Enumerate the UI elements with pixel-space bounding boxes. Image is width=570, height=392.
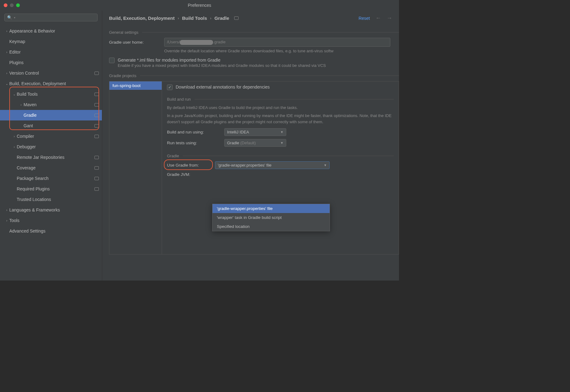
header: Build, Execution, Deployment › Build Too… [102, 11, 399, 24]
section-build-run: Build and run [167, 97, 394, 102]
use-gradle-from-select[interactable]: 'gradle-wrapper.properties' file ▼ [215, 161, 330, 169]
sidebar: 🔍 ▾ ›Appearance & BehaviorKeymap›EditorP… [0, 11, 102, 281]
scope-icon [94, 156, 99, 159]
sidebar-item-languages-frameworks[interactable]: ›Languages & Frameworks [0, 205, 102, 215]
divider [183, 156, 394, 156]
search-input[interactable]: 🔍 ▾ [4, 14, 98, 21]
download-annotations-checkbox[interactable] [167, 85, 173, 90]
chevron-down-icon: ▼ [280, 141, 283, 145]
dropdown-option[interactable]: 'wrapper' task in Gradle build script [213, 213, 330, 222]
back-arrow-icon[interactable]: ← [375, 15, 381, 21]
section-label: Gradle projects [109, 73, 136, 78]
use-gradle-from-label: Use Gradle from: [167, 163, 215, 168]
chevron-right-icon: › [12, 145, 17, 149]
projects-split: fun-spring-boot Download external annota… [109, 81, 399, 255]
forward-arrow-icon[interactable]: → [387, 15, 392, 21]
row-build-run-using: Build and run using: IntelliJ IDEA ▼ [167, 128, 394, 136]
sidebar-item-label: Tools [9, 218, 99, 223]
titlebar: Preferences [0, 0, 399, 11]
sidebar-item-label: Coverage [17, 165, 93, 170]
chevron-right-icon: › [178, 16, 179, 20]
scope-icon [94, 72, 99, 75]
chevron-down-icon: ⌄ [12, 93, 17, 96]
section-label: Gradle [167, 154, 179, 158]
section-label: Build and run [167, 97, 191, 102]
reset-link[interactable]: Reset [358, 16, 370, 21]
sidebar-item-label: Remote Jar Repositories [17, 155, 93, 160]
section-general: General settings [109, 30, 399, 35]
dropdown-option[interactable]: Specified location [213, 222, 330, 231]
minimize-button[interactable] [10, 3, 14, 7]
divider [142, 32, 399, 33]
build-run-using-select[interactable]: IntelliJ IDEA ▼ [224, 128, 286, 136]
chevron-right-icon: › [4, 219, 9, 222]
sidebar-item-gradle[interactable]: Gradle [0, 110, 102, 120]
sidebar-item-label: Build Tools [17, 92, 93, 97]
sidebar-item-tools[interactable]: ›Tools [0, 215, 102, 226]
content: 🔍 ▾ ›Appearance & BehaviorKeymap›EditorP… [0, 11, 399, 281]
sidebar-item-build-execution-deployment[interactable]: ⌄Build, Execution, Deployment [0, 78, 102, 89]
breadcrumb-item: Gradle [214, 15, 229, 21]
scope-icon [234, 16, 239, 20]
scope-icon [94, 135, 99, 138]
sidebar-item-label: Trusted Locations [17, 197, 99, 202]
gradle-user-home-label: Gradle user home: [109, 40, 164, 45]
sidebar-item-package-search[interactable]: Package Search [0, 173, 102, 184]
sidebar-item-advanced-settings[interactable]: Advanced Settings [0, 226, 102, 236]
sidebar-item-build-tools[interactable]: ⌄Build Tools [0, 89, 102, 99]
chevron-right-icon: › [12, 135, 17, 138]
use-gradle-from-dropdown: 'gradle-wrapper.properties' file 'wrappe… [212, 204, 330, 231]
chevron-right-icon: › [19, 103, 24, 107]
sidebar-item-gant[interactable]: Gant [0, 120, 102, 131]
sidebar-item-trusted-locations[interactable]: Trusted Locations [0, 194, 102, 205]
sidebar-item-label: Gradle [24, 113, 93, 118]
search-wrap: 🔍 ▾ [0, 11, 102, 24]
generate-iml-checkbox[interactable] [109, 58, 115, 63]
breadcrumb: Build, Execution, Deployment › Build Too… [109, 15, 239, 21]
project-details: Download external annotations for depend… [162, 81, 399, 255]
dropdown-option[interactable]: 'gradle-wrapper.properties' file [213, 204, 330, 213]
select-value: 'gradle-wrapper.properties' file [218, 163, 271, 168]
maximize-button[interactable] [16, 3, 20, 7]
sidebar-item-keymap[interactable]: Keymap [0, 36, 102, 47]
project-item[interactable]: fun-spring-boot [109, 81, 162, 90]
close-button[interactable] [4, 3, 7, 7]
row-gradle-user-home: Gradle user home: /Users/.gradle [109, 38, 399, 47]
sidebar-item-label: Appearance & Behavior [9, 28, 99, 33]
redacted-text [180, 40, 213, 45]
section-gradle-projects: Gradle projects [109, 73, 399, 78]
sidebar-item-debugger[interactable]: ›Debugger [0, 142, 102, 152]
sidebar-item-appearance-behavior[interactable]: ›Appearance & Behavior [0, 26, 102, 36]
sidebar-item-version-control[interactable]: ›Version Control [0, 68, 102, 78]
gradle-user-home-input[interactable]: /Users/.gradle [164, 38, 390, 47]
sidebar-item-label: Package Search [17, 176, 93, 181]
scope-icon [94, 124, 99, 128]
breadcrumb-item[interactable]: Build Tools [182, 15, 207, 21]
sidebar-item-compiler[interactable]: ›Compiler [0, 131, 102, 142]
chevron-down-icon: ▼ [324, 163, 327, 167]
build-run-para: In a pure Java/Kotlin project, building … [167, 113, 394, 125]
sidebar-item-remote-jar-repositories[interactable]: Remote Jar Repositories [0, 152, 102, 163]
breadcrumb-item[interactable]: Build, Execution, Deployment [109, 15, 175, 21]
row-use-gradle-from: Use Gradle from: 'gradle-wrapper.propert… [167, 161, 394, 169]
sidebar-item-label: Debugger [17, 144, 99, 149]
sidebar-item-label: Keymap [9, 39, 99, 44]
section-gradle: Gradle [167, 154, 394, 158]
scope-icon [94, 177, 99, 180]
projects-list: fun-spring-boot [109, 81, 162, 255]
main-panel: Build, Execution, Deployment › Build Too… [102, 11, 399, 281]
sidebar-item-coverage[interactable]: Coverage [0, 163, 102, 173]
build-run-using-label: Build and run using: [167, 130, 224, 134]
sidebar-item-plugins[interactable]: Plugins [0, 57, 102, 68]
divider [140, 76, 399, 76]
sidebar-item-required-plugins[interactable]: Required Plugins [0, 184, 102, 194]
sidebar-item-editor[interactable]: ›Editor [0, 47, 102, 57]
sidebar-item-maven[interactable]: ›Maven [0, 99, 102, 110]
path-prefix: /Users/ [167, 40, 180, 44]
run-tests-using-select[interactable]: Gradle (Default) ▼ [224, 139, 286, 147]
scope-icon [94, 93, 99, 96]
chevron-right-icon: › [4, 50, 9, 54]
chevron-right-icon: › [4, 29, 9, 33]
scope-icon [94, 103, 99, 107]
settings-body: General settings Gradle user home: /User… [102, 24, 399, 281]
